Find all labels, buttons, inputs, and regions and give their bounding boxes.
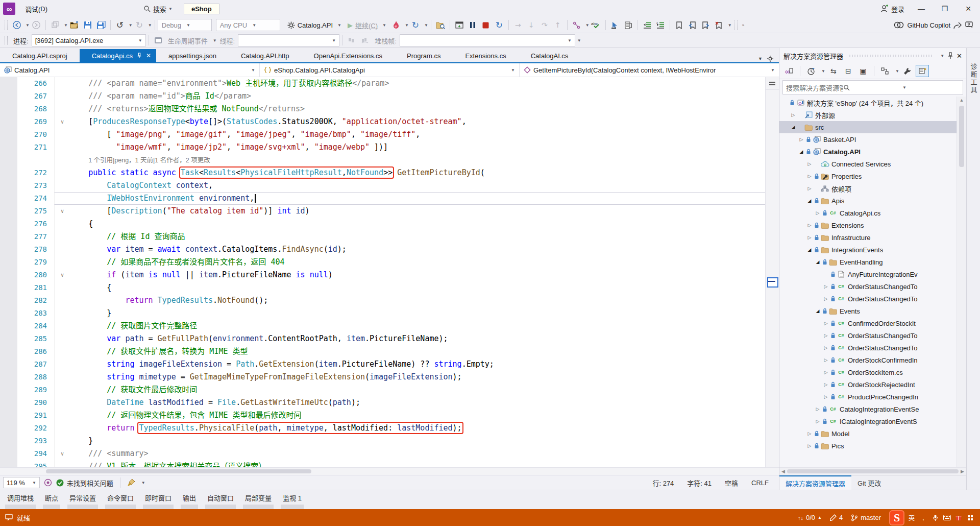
intellicode-icon[interactable]: [44, 479, 52, 487]
sogou-gift-icon[interactable]: [954, 513, 963, 522]
tree-horizontal-scrollbar[interactable]: ◀▶: [779, 467, 966, 475]
expander-collapsed-icon[interactable]: ▷: [822, 321, 829, 326]
tree-item-解决方案 'eShop' (24 个项目，共 24 个)[interactable]: 解决方案 'eShop' (24 个项目，共 24 个): [779, 97, 966, 109]
expander-collapsed-icon[interactable]: ▷: [822, 333, 829, 338]
chevron-down-icon[interactable]: ▼: [902, 85, 960, 90]
chevron-down-icon[interactable]: ▼: [585, 23, 590, 28]
expander-collapsed-icon[interactable]: ▷: [806, 235, 813, 240]
open-file-button[interactable]: [68, 19, 81, 31]
maximize-button[interactable]: ❐: [933, 0, 957, 17]
chevron-down-icon[interactable]: ▼: [895, 69, 899, 74]
microphone-icon[interactable]: [930, 513, 940, 522]
tree-item-Model[interactable]: ▷Model: [779, 427, 966, 440]
chevron-down-icon[interactable]: ▼: [821, 69, 825, 74]
line-indicator[interactable]: 行: 274: [652, 478, 674, 488]
stack-frame-combo[interactable]: ▼: [400, 34, 575, 46]
sync-selection-icon[interactable]: ⇆: [827, 65, 840, 77]
decrease-indent-button[interactable]: [641, 19, 654, 31]
expander-collapsed-icon[interactable]: ▷: [822, 370, 829, 375]
step-into-button[interactable]: ↓: [525, 19, 538, 31]
window-position-icon[interactable]: ▼: [940, 54, 944, 58]
close-icon[interactable]: ✕: [957, 52, 962, 60]
expander-collapsed-icon[interactable]: ▷: [814, 407, 821, 412]
tree-item-Properties[interactable]: ▷Properties: [779, 170, 966, 182]
tree-item-IntegrationEvents[interactable]: ◢IntegrationEvents: [779, 244, 966, 256]
tree-item-Connected Services[interactable]: ▷Connected Services: [779, 158, 966, 170]
increase-indent-button[interactable]: 2: [654, 19, 667, 31]
tree-item-src[interactable]: ◢src: [779, 121, 966, 133]
expander-expanded-icon[interactable]: ◢: [798, 149, 805, 154]
switch-views-icon[interactable]: ∞: [782, 65, 796, 77]
type-dropdown[interactable]: eShop.Catalog.API.CatalogApi▼: [260, 63, 520, 77]
expander-expanded-icon[interactable]: ◢: [790, 125, 797, 130]
expander-expanded-icon[interactable]: ◢: [814, 308, 821, 314]
editor-vertical-scrollbar[interactable]: [765, 77, 779, 467]
document-tab-OpenApi.Extensions.cs[interactable]: OpenApi.Extensions.cs: [302, 49, 395, 62]
document-health-indicator[interactable]: 未找到相关问题: [56, 478, 113, 488]
menu-调试(D)[interactable]: 调试(D): [20, 0, 54, 17]
tree-item-OrderStockRejectedInt[interactable]: ▷C#OrderStockRejectedInt: [779, 378, 966, 391]
tree-item-Pics[interactable]: ▷Pics: [779, 440, 966, 452]
map-mode-button[interactable]: [570, 19, 583, 31]
sogou-toolbox-icon[interactable]: [966, 513, 975, 522]
panel-tab-Git 更改[interactable]: Git 更改: [851, 475, 887, 490]
sign-in-button[interactable]: 登录: [875, 4, 910, 14]
pin-icon[interactable]: [137, 53, 142, 59]
navigate-forward-button[interactable]: [30, 19, 43, 31]
column-indicator[interactable]: 字符: 41: [687, 478, 712, 488]
toolbar-grip[interactable]: [734, 20, 738, 30]
tool-window-tab-输出[interactable]: 输出: [179, 492, 200, 509]
minimize-button[interactable]: —: [910, 0, 933, 17]
tree-item-ConfirmedOrderStockIt[interactable]: ▷C#ConfirmedOrderStockIt: [779, 317, 966, 329]
document-tab-Extensions.cs[interactable]: Extensions.cs: [453, 49, 518, 62]
chevron-down-icon[interactable]: ▼: [424, 23, 428, 28]
tree-item-Basket.API[interactable]: ▷Basket.API: [779, 133, 966, 146]
navigate-back-button[interactable]: [10, 19, 23, 31]
expander-collapsed-icon[interactable]: ▷: [822, 394, 829, 399]
continue-button[interactable]: ▶ 继续(C)▼: [345, 19, 389, 31]
tree-item-OrderStatusChangedTo[interactable]: ▷C#OrderStatusChangedTo: [779, 280, 966, 293]
ime-language-indicator[interactable]: 英: [907, 513, 916, 522]
tool-window-tab-即时窗口[interactable]: 即时窗口: [141, 492, 176, 509]
project-dropdown[interactable]: Catalog.API▼: [0, 63, 260, 77]
expander-collapsed-icon[interactable]: ▷: [822, 345, 829, 350]
tree-item-Extensions[interactable]: ▷Extensions: [779, 219, 966, 231]
tree-item-Events[interactable]: ◢Events: [779, 305, 966, 317]
tree-item-Apis[interactable]: ◢Apis: [779, 195, 966, 207]
chevron-down-icon[interactable]: ▼: [213, 38, 217, 43]
expander-collapsed-icon[interactable]: ▷: [806, 443, 813, 448]
tool-window-tab-异常设置[interactable]: 异常设置: [65, 492, 100, 509]
find-in-files-button[interactable]: [434, 19, 447, 31]
flag-threads-icon[interactable]: [345, 34, 358, 46]
solution-configuration-combo[interactable]: Debug▼: [158, 19, 212, 31]
startup-project-button[interactable]: Catalog.API▼: [284, 19, 345, 31]
tree-item-OrderStatusChangedTo[interactable]: ▷C#OrderStatusChangedTo: [779, 342, 966, 354]
document-outline-button[interactable]: [622, 19, 635, 31]
document-tab-Catalog.API.csproj[interactable]: Catalog.API.csproj: [0, 49, 80, 62]
next-bookmark-button[interactable]: [699, 19, 713, 31]
tree-item-AnyFutureIntegrationEv[interactable]: AnyFutureIntegrationEv: [779, 268, 966, 280]
solution-platform-combo[interactable]: Any CPU▼: [216, 19, 280, 31]
chevron-down-icon[interactable]: ▼: [129, 23, 133, 28]
fold-collapse-icon[interactable]: ∨: [54, 447, 70, 460]
drag-handle[interactable]: [849, 55, 932, 57]
tree-item-EventHandling[interactable]: ◢EventHandling: [779, 256, 966, 268]
expander-collapsed-icon[interactable]: ▷: [822, 284, 829, 289]
tool-window-tab-自动窗口[interactable]: 自动窗口: [203, 492, 238, 509]
hot-reload-button[interactable]: [389, 19, 403, 31]
expander-collapsed-icon[interactable]: ▷: [822, 357, 829, 363]
undo-button[interactable]: ↺: [113, 19, 127, 31]
show-all-files-toggle[interactable]: [916, 65, 929, 77]
fold-collapse-icon[interactable]: ∨: [54, 269, 70, 281]
tree-item-OrderStockConfirmedIn[interactable]: ▷C#OrderStockConfirmedIn: [779, 354, 966, 366]
toolbar-overflow-icon[interactable]: »: [742, 23, 744, 28]
document-tab-appsettings.json[interactable]: appsettings.json: [156, 49, 229, 62]
document-tab-CatalogAI.cs[interactable]: CatalogAI.cs: [519, 49, 581, 62]
expander-collapsed-icon[interactable]: ▷: [798, 137, 805, 142]
eol-indicator[interactable]: CRLF: [751, 479, 769, 487]
spaces-indicator[interactable]: 空格: [725, 478, 738, 488]
ime-punctuation-icon[interactable]: ,: [919, 513, 928, 522]
spell-check-button[interactable]: abc: [590, 19, 603, 31]
search-value[interactable]: eShop: [184, 4, 219, 14]
scope-icon[interactable]: [878, 65, 892, 77]
